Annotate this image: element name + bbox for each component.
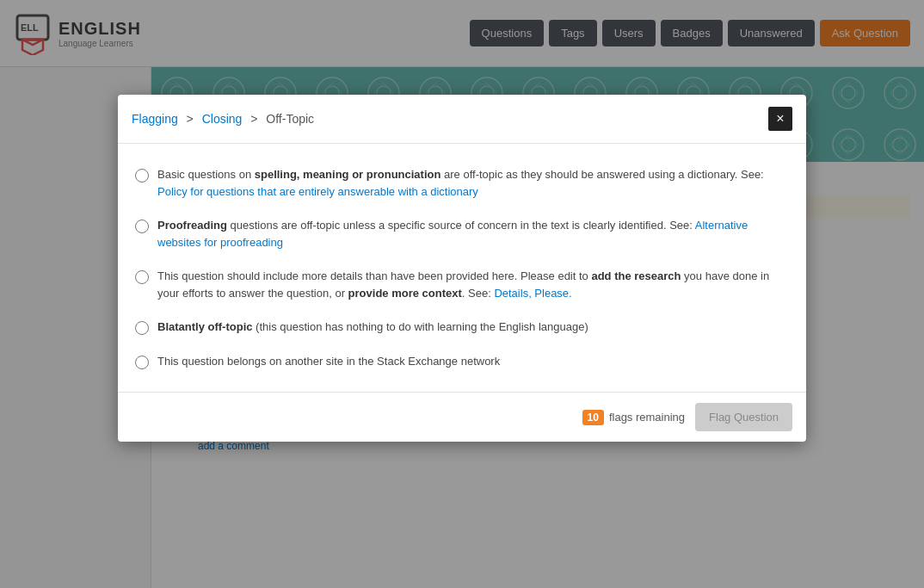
radio-opt4[interactable] bbox=[135, 321, 149, 335]
breadcrumb-flagging[interactable]: Flagging bbox=[132, 112, 178, 126]
opt1-bold: spelling, meaning or pronunciation bbox=[255, 168, 441, 181]
option-4-label: Blatantly off-topic (this question has n… bbox=[157, 319, 588, 336]
opt4-bold: Blatantly off-topic bbox=[157, 320, 253, 333]
option-2: Proofreading questions are off-topic unl… bbox=[135, 208, 789, 259]
breadcrumb-sep1: > bbox=[187, 112, 197, 126]
option-2-label: Proofreading questions are off-topic unl… bbox=[157, 217, 789, 251]
modal-header: Flagging > Closing > Off-Topic × bbox=[118, 95, 806, 144]
flags-count: 10 bbox=[582, 410, 604, 425]
opt3-link[interactable]: Details, Please. bbox=[494, 287, 571, 300]
opt3-bold2: provide more context bbox=[348, 287, 462, 300]
modal-footer: 10 flags remaining Flag Question bbox=[118, 392, 806, 442]
breadcrumb-current: Off-Topic bbox=[266, 112, 314, 126]
opt2-bold: Proofreading bbox=[157, 219, 227, 232]
option-5-label: This question belongs on another site in… bbox=[157, 353, 500, 370]
option-5: This question belongs on another site in… bbox=[135, 344, 789, 379]
opt3-bold1: add the research bbox=[591, 269, 681, 282]
option-3: This question should include more detail… bbox=[135, 259, 789, 310]
breadcrumb-closing[interactable]: Closing bbox=[202, 112, 243, 126]
radio-opt2[interactable] bbox=[135, 220, 149, 233]
modal-body: Basic questions on spelling, meaning or … bbox=[118, 144, 806, 392]
breadcrumb: Flagging > Closing > Off-Topic bbox=[132, 112, 314, 126]
modal-close-button[interactable]: × bbox=[768, 107, 792, 131]
modal-overlay: Flagging > Closing > Off-Topic × Basic q… bbox=[0, 0, 924, 588]
opt1-link[interactable]: Policy for questions that are entirely a… bbox=[157, 185, 478, 198]
option-1-label: Basic questions on spelling, meaning or … bbox=[157, 166, 789, 200]
flagging-modal: Flagging > Closing > Off-Topic × Basic q… bbox=[118, 95, 806, 442]
radio-opt3[interactable] bbox=[135, 270, 149, 284]
radio-opt1[interactable] bbox=[135, 169, 149, 183]
opt2-link[interactable]: Alternative websites for proofreading bbox=[157, 219, 748, 249]
flags-label: flags remaining bbox=[609, 411, 685, 424]
flag-question-button[interactable]: Flag Question bbox=[695, 403, 792, 431]
breadcrumb-sep2: > bbox=[250, 112, 261, 126]
option-1: Basic questions on spelling, meaning or … bbox=[135, 158, 789, 208]
option-4: Blatantly off-topic (this question has n… bbox=[135, 310, 789, 344]
option-3-label: This question should include more detail… bbox=[157, 268, 789, 301]
radio-opt5[interactable] bbox=[135, 356, 149, 369]
flags-remaining: 10 flags remaining bbox=[582, 410, 686, 425]
